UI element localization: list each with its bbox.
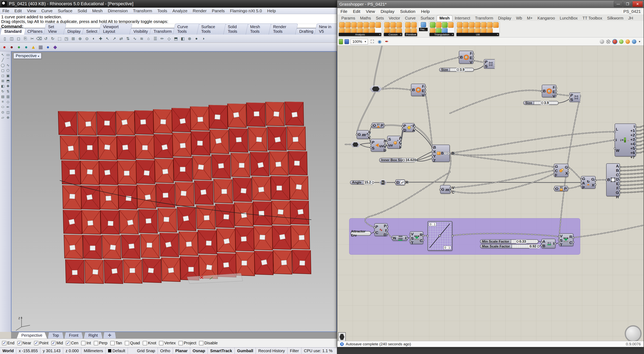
output-port-D[interactable] (384, 148, 386, 150)
rhino-sidebar-icon[interactable]: ▥ (6, 94, 10, 99)
preview-shaded-icon[interactable] (612, 39, 617, 44)
gh-tab-transform[interactable]: Transform (472, 15, 496, 21)
domain-box[interactable]: BXYZBY⬆B (432, 145, 450, 162)
input-port-T[interactable] (409, 240, 411, 242)
rhino-tool-icon[interactable]: ▲ (30, 44, 36, 50)
rhino-sidebar-icon[interactable]: ⌒ (6, 57, 10, 62)
rhino-sidebar-icon[interactable]: ⊕ (6, 115, 10, 120)
mesh-tool-icon[interactable] (405, 22, 411, 28)
minimize-button[interactable]: — (614, 1, 623, 7)
output-port-H[interactable] (619, 192, 621, 194)
output-port[interactable] (452, 235, 454, 237)
rhino-tab-mesh-tools[interactable]: Mesh Tools (246, 23, 272, 34)
osnap-near[interactable]: ✓Near (17, 341, 31, 345)
save-icon[interactable] (344, 39, 349, 44)
gh-tab-sets[interactable]: Sets (373, 15, 386, 21)
rhino-tool-icon[interactable]: ◑ (200, 36, 206, 41)
output-port-X[interactable] (594, 184, 596, 186)
box-corners[interactable]: BABCDEFGH (606, 163, 620, 196)
mesh-tool-icon[interactable] (390, 22, 396, 28)
rhino-tool-icon[interactable]: ⊙ (84, 36, 90, 41)
rhino-sidebar-icon[interactable]: ↻ (0, 89, 5, 94)
rhino-tab-cplanes[interactable]: CPlanes (23, 28, 46, 34)
input-port-W[interactable] (614, 147, 616, 149)
rhino-tool-icon[interactable]: ● (23, 44, 29, 50)
ribbon-item-thicken[interactable]: Thic... (419, 21, 428, 37)
output-port-D[interactable] (619, 177, 621, 179)
mesh-tool-icon[interactable] (396, 22, 402, 28)
rhino-sidebar-icon[interactable]: ⬡ (6, 68, 10, 73)
output-port-E[interactable] (424, 89, 426, 91)
output-port-V[interactable] (368, 132, 370, 134)
partition-1[interactable]: PS3<41<2 (484, 59, 495, 69)
output-port-P[interactable] (386, 226, 388, 228)
slider-knob[interactable] (541, 102, 543, 104)
rhino-tool-icon[interactable]: ◇ (166, 36, 172, 41)
osnap-knot[interactable]: Knot (143, 341, 156, 345)
checkbox-icon[interactable] (110, 341, 115, 345)
layer-button[interactable]: Default (106, 348, 128, 354)
rhino-tool-icon[interactable]: ∿ (132, 36, 138, 41)
output-port-F[interactable] (555, 87, 557, 89)
gh-tab-jh[interactable]: JH (626, 15, 636, 21)
preview-wire-icon[interactable] (606, 39, 610, 44)
input-port-V[interactable] (558, 236, 560, 238)
new-document-icon[interactable] (339, 39, 343, 44)
rhino-sidebar-icon[interactable]: ⬭ (0, 104, 5, 110)
zoom-level-select[interactable]: 100%▼ (350, 39, 368, 44)
checkbox-icon[interactable] (81, 341, 86, 345)
size-slider-2[interactable]: Size3.9 (523, 101, 558, 105)
osnap-quad[interactable]: Quad (125, 341, 140, 345)
size-slider-1[interactable]: Size3.9 (439, 68, 474, 72)
remap-1[interactable]: VSTRC (410, 231, 423, 244)
rhino-tool-icon[interactable]: ☰ (152, 36, 158, 41)
output-port-+7[interactable] (635, 152, 637, 154)
osnap-project[interactable]: Project (178, 341, 196, 345)
ribbon-group-label[interactable]: Util▼ (456, 33, 499, 36)
gh-tab-intersect[interactable]: Intersect (452, 15, 473, 21)
viewport-tab-right[interactable]: Right (84, 332, 102, 339)
osnap-perp[interactable]: Perp (94, 341, 108, 345)
preview-green-icon[interactable] (619, 39, 624, 44)
ribbon-group-label[interactable]: Primitive▼ (405, 33, 417, 36)
preview-orange-icon[interactable] (626, 39, 630, 44)
gh-tab-wb[interactable]: Wb (514, 15, 524, 21)
input-port-V[interactable] (409, 234, 411, 236)
rhino-menu-transform[interactable]: Transform (133, 8, 152, 13)
rhino-sidebar-icon[interactable]: ◫ (6, 110, 10, 115)
mesh-tool-icon[interactable] (375, 22, 381, 28)
rhino-tab-standard[interactable]: Standard (0, 28, 26, 34)
gh-tab-kangaroo[interactable]: Kangaroo (535, 15, 558, 21)
mesh-tool-icon[interactable] (351, 22, 357, 28)
rhino-tab-surface-tools[interactable]: Surface Tools (196, 23, 227, 34)
scale-comp[interactable]: GCFGX (554, 164, 568, 177)
output-port-G[interactable] (567, 167, 569, 169)
rhino-sidebar-icon[interactable]: ◇ (6, 99, 10, 104)
mesh-tool-icon[interactable] (369, 22, 375, 28)
mesh-tool-icon[interactable] (457, 22, 462, 28)
input-port-T[interactable] (558, 242, 560, 244)
inner-box-slider[interactable]: Inner Box Size16.620 (379, 158, 416, 162)
rhino-sidebar-icon[interactable]: ╱ (0, 57, 5, 62)
gh-menu-edit[interactable]: Edit (353, 9, 360, 14)
output-port-C[interactable] (619, 174, 621, 176)
output-port-V[interactable] (424, 92, 426, 94)
gh-tab-maths[interactable]: Maths (358, 15, 373, 21)
osnap-cen[interactable]: ✓Cen (66, 341, 78, 345)
rhino-tool-icon[interactable]: ⌫ (36, 36, 42, 41)
checkbox-icon[interactable]: ✓ (66, 341, 70, 345)
input-port-i[interactable] (614, 139, 616, 141)
rhino-menu-curve[interactable]: Curve (41, 8, 52, 13)
gh-tab-display[interactable]: Display (496, 15, 514, 21)
gh-tab-tt-toolbox[interactable]: TT Toolbox (580, 15, 604, 21)
rhino-tool-icon[interactable]: ✂ (30, 36, 35, 41)
viewport-tab--[interactable]: ✛ (103, 332, 116, 339)
slider-knob[interactable] (457, 69, 459, 71)
input-port-G[interactable] (439, 189, 441, 191)
rhino-tool-icon[interactable]: ⬚ (57, 36, 62, 41)
rhino-tool-icon[interactable]: ↗ (112, 36, 117, 41)
viewport-tab-top[interactable]: Top (48, 332, 64, 339)
rhino-tool-icon[interactable]: ⇅ (125, 36, 131, 41)
mesh-tool-icon[interactable] (448, 22, 454, 28)
rhino-tool-icon[interactable]: ● (45, 44, 51, 50)
